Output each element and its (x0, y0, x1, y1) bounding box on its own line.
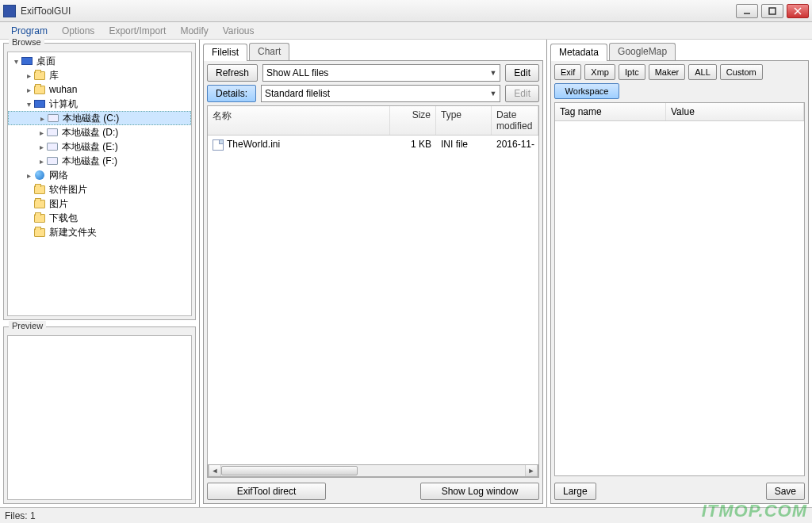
menu-options[interactable]: Options (56, 24, 101, 38)
view-row: Details: Standard filelist▼ Edit (207, 85, 539, 102)
view-select[interactable]: Standard filelist▼ (261, 85, 500, 102)
menu-program[interactable]: Program (5, 24, 54, 38)
workspace-row: Workspace (554, 83, 805, 99)
center-bottom-bar: ExifTool direct Show Log window (207, 483, 539, 500)
tree-label: 本地磁盘 (D:) (62, 126, 118, 139)
tree-node-downloads[interactable]: 下载包 (8, 211, 191, 225)
filter-value: Show ALL files (266, 67, 328, 78)
app-icon (3, 5, 16, 17)
col-size[interactable]: Size (390, 106, 436, 135)
tree-label: wuhan (49, 84, 77, 95)
window-title: ExifToolGUI (21, 6, 736, 17)
menu-various[interactable]: Various (216, 24, 261, 38)
workspace-button[interactable]: Workspace (554, 83, 619, 99)
tab-metadata[interactable]: Metadata (550, 44, 607, 61)
tree-label: 计算机 (49, 97, 78, 111)
view-value: Standard filelist (265, 88, 330, 99)
tree-node-lib[interactable]: ▸库 (8, 68, 191, 82)
maker-button[interactable]: Maker (649, 64, 686, 80)
metadata-body[interactable] (555, 121, 804, 475)
metadata-tab-body: Exif Xmp Iptc Maker ALL Custom Workspace… (550, 60, 809, 504)
metadata-group-buttons: Exif Xmp Iptc Maker ALL Custom (554, 64, 805, 80)
tree-node-drive-f[interactable]: ▸本地磁盘 (F:) (8, 154, 191, 168)
file-list: 名称 Size Type Date modified TheWorld.ini … (207, 105, 539, 478)
title-bar: ExifToolGUI (0, 0, 812, 22)
scroll-thumb[interactable] (221, 466, 358, 475)
metadata-header: Tag name Value (555, 103, 804, 121)
minimize-button[interactable] (736, 4, 758, 18)
menu-export-import[interactable]: Export/Import (102, 24, 172, 38)
iptc-button[interactable]: Iptc (619, 64, 645, 80)
tab-chart[interactable]: Chart (249, 43, 289, 60)
file-name: TheWorld.ini (227, 139, 280, 150)
refresh-button[interactable]: Refresh (207, 64, 258, 82)
tree-node-network[interactable]: ▸网络 (8, 168, 191, 182)
window-controls (736, 4, 809, 18)
exiftool-direct-button[interactable]: ExifTool direct (207, 483, 326, 500)
folder-icon (33, 197, 46, 210)
col-date[interactable]: Date modified (492, 106, 538, 135)
tree-node-pics[interactable]: 图片 (8, 197, 191, 211)
tree-node-drive-e[interactable]: ▸本地磁盘 (E:) (8, 139, 191, 154)
scroll-track[interactable] (221, 465, 525, 476)
folder-icon (33, 226, 46, 239)
large-button[interactable]: Large (554, 483, 596, 500)
file-type: INI file (436, 137, 492, 151)
horizontal-scrollbar[interactable]: ◄ ► (208, 464, 538, 477)
save-button[interactable]: Save (766, 483, 805, 500)
right-column: Metadata GoogleMap Exif Xmp Iptc Maker A… (547, 40, 812, 507)
right-tabs: Metadata GoogleMap (550, 43, 809, 60)
tree-node-drive-c[interactable]: ▸本地磁盘 (C:) (8, 111, 191, 125)
col-type[interactable]: Type (436, 106, 492, 135)
tree-label: 库 (49, 69, 59, 82)
tree-label: 网络 (49, 169, 68, 182)
network-icon (33, 169, 46, 181)
tree-label: 新建文件夹 (49, 226, 97, 239)
edit-view-button[interactable]: Edit (505, 85, 539, 102)
file-list-body[interactable]: TheWorld.ini 1 KB INI file 2016-11- (208, 136, 538, 464)
col-value[interactable]: Value (666, 103, 804, 120)
menu-modify[interactable]: Modify (174, 24, 214, 38)
preview-area (7, 335, 192, 500)
tab-filelist[interactable]: Filelist (203, 44, 247, 61)
left-column: Browse ▾桌面 ▸库 ▸wuhan ▾计算机 ▸本地磁盘 (C:) ▸本地… (0, 40, 200, 507)
tree-node-computer[interactable]: ▾计算机 (8, 97, 191, 111)
filter-row: Refresh Show ALL files▼ Edit (207, 64, 539, 82)
scroll-right-icon[interactable]: ► (525, 465, 538, 476)
scroll-left-icon[interactable]: ◄ (209, 465, 221, 476)
tree-label: 本地磁盘 (E:) (62, 140, 118, 154)
filter-select[interactable]: Show ALL files▼ (262, 64, 500, 82)
tree-node-desktop[interactable]: ▾桌面 (8, 54, 191, 68)
file-list-header: 名称 Size Type Date modified (208, 106, 538, 136)
drive-icon (47, 112, 59, 124)
folder-icon (33, 69, 46, 82)
file-row[interactable]: TheWorld.ini 1 KB INI file 2016-11- (208, 136, 538, 154)
custom-button[interactable]: Custom (720, 64, 763, 80)
folder-tree[interactable]: ▾桌面 ▸库 ▸wuhan ▾计算机 ▸本地磁盘 (C:) ▸本地磁盘 (D:)… (7, 52, 192, 316)
col-tag-name[interactable]: Tag name (555, 103, 666, 120)
folder-icon (33, 83, 46, 96)
details-button[interactable]: Details: (207, 85, 256, 102)
tree-node-newfolder[interactable]: 新建文件夹 (8, 225, 191, 239)
center-column: Filelist Chart Refresh Show ALL files▼ E… (200, 40, 547, 507)
col-name[interactable]: 名称 (208, 106, 390, 135)
edit-filter-button[interactable]: Edit (505, 64, 539, 82)
tree-label: 本地磁盘 (F:) (62, 155, 117, 168)
browse-legend: Browse (9, 37, 44, 47)
exif-button[interactable]: Exif (554, 64, 581, 80)
status-files: Files: 1 (5, 510, 36, 521)
maximize-button[interactable] (761, 4, 783, 18)
xmp-button[interactable]: Xmp (584, 64, 615, 80)
all-button[interactable]: ALL (688, 64, 717, 80)
tree-node-drive-d[interactable]: ▸本地磁盘 (D:) (8, 125, 191, 139)
tree-node-softpics[interactable]: 软件图片 (8, 182, 191, 197)
tab-googlemap[interactable]: GoogleMap (609, 43, 676, 60)
close-button[interactable] (787, 4, 809, 18)
metadata-list: Tag name Value (554, 102, 805, 476)
tree-label: 图片 (49, 197, 68, 211)
tree-node-wuhan[interactable]: ▸wuhan (8, 82, 191, 97)
monitor-icon (21, 55, 33, 67)
show-log-button[interactable]: Show Log window (420, 483, 539, 500)
filelist-tab-body: Refresh Show ALL files▼ Edit Details: St… (203, 60, 543, 504)
preview-panel: Preview (3, 326, 196, 504)
